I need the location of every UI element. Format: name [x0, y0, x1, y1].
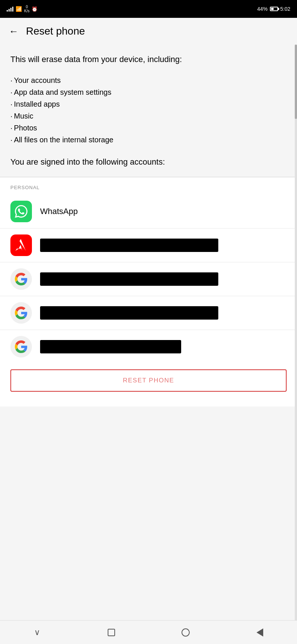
account-row-google-1: [0, 262, 297, 296]
chevron-down-icon: ∨: [34, 628, 40, 637]
home-icon: [182, 628, 190, 637]
whatsapp-icon: [10, 201, 32, 222]
bullet-2: ·: [10, 86, 13, 98]
warning-text: This will erase data from your device, i…: [10, 54, 282, 65]
scrollbar-thumb[interactable]: [295, 45, 297, 119]
whatsapp-account-name: WhatsApp: [40, 207, 78, 216]
bottom-nav: ∨: [0, 620, 297, 644]
recent-apps-icon: [108, 629, 115, 636]
bullet-6: ·: [10, 134, 13, 146]
section-header-personal: PERSONAL: [0, 177, 297, 195]
google-icon-1: [10, 268, 32, 290]
adobe-account-redacted: [40, 239, 218, 252]
account-row-google-2: [0, 296, 297, 330]
battery-percent: 44%: [257, 6, 268, 12]
alarm-icon: ⏰: [32, 6, 37, 12]
google-2-account-redacted: [40, 306, 218, 320]
item-photos: Photos: [14, 122, 37, 134]
list-item: · Installed apps: [10, 98, 282, 110]
time-display: 5:02: [280, 6, 290, 12]
google-3-account-redacted: [40, 340, 181, 353]
adobe-icon: [10, 234, 32, 256]
item-files: All files on the internal storage: [14, 134, 114, 146]
back-triangle-icon: [257, 628, 263, 637]
item-accounts: Your accounts: [14, 74, 61, 86]
battery-icon: [270, 7, 278, 11]
erase-items-list: · Your accounts · App data and system se…: [10, 74, 282, 146]
bullet-3: ·: [10, 98, 13, 110]
wifi-icon: 📶: [16, 6, 22, 12]
signed-in-text: You are signed into the following accoun…: [10, 156, 282, 168]
status-right: 44% 5:02: [257, 6, 290, 12]
list-item: · Photos: [10, 122, 282, 134]
nav-back-button[interactable]: ∨: [26, 625, 48, 640]
bullet-4: ·: [10, 110, 13, 122]
page-title: Reset phone: [26, 25, 85, 37]
reset-button-area: RESET PHONE: [0, 363, 297, 401]
status-left: 📶 0 K/s ⏰: [7, 5, 37, 13]
content-area: This will erase data from your device, i…: [0, 45, 297, 177]
reset-phone-button[interactable]: RESET PHONE: [10, 369, 287, 392]
account-row-adobe: [0, 229, 297, 262]
google-1-account-redacted: [40, 272, 218, 286]
back-button[interactable]: ←: [9, 26, 19, 37]
item-installedapps: Installed apps: [14, 98, 60, 110]
list-item: · Your accounts: [10, 74, 282, 86]
scrollbar[interactable]: [295, 45, 297, 620]
account-row-whatsapp: WhatsApp: [0, 195, 297, 229]
signal-icon: [7, 6, 13, 12]
nav-recent-button[interactable]: [100, 625, 123, 640]
list-item: · All files on the internal storage: [10, 134, 282, 146]
accounts-section: PERSONAL WhatsApp: [0, 177, 297, 407]
account-row-google-3: [0, 330, 297, 363]
google-icon-2: [10, 302, 32, 324]
ks-indicator: 0 K/s: [24, 5, 29, 13]
nav-home-button[interactable]: [174, 625, 197, 640]
list-item: · App data and system settings: [10, 86, 282, 98]
scroll-container: This will erase data from your device, i…: [0, 45, 297, 620]
google-icon-3: [10, 336, 32, 357]
item-appdata: App data and system settings: [14, 86, 111, 98]
header: ← Reset phone: [0, 18, 297, 45]
nav-triangle-button[interactable]: [249, 625, 271, 640]
status-bar: 📶 0 K/s ⏰ 44% 5:02: [0, 0, 297, 18]
bullet-1: ·: [10, 74, 13, 86]
bullet-5: ·: [10, 122, 13, 134]
list-item: · Music: [10, 110, 282, 122]
item-music: Music: [14, 110, 33, 122]
